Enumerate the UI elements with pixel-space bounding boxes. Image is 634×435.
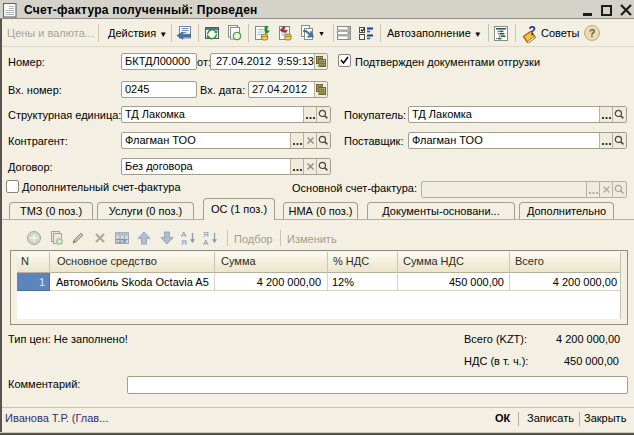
svg-text:COH: COH <box>117 239 127 244</box>
svg-text:Я: Я <box>181 238 187 246</box>
svg-text:?: ? <box>529 25 536 38</box>
svg-text:А: А <box>203 238 209 246</box>
